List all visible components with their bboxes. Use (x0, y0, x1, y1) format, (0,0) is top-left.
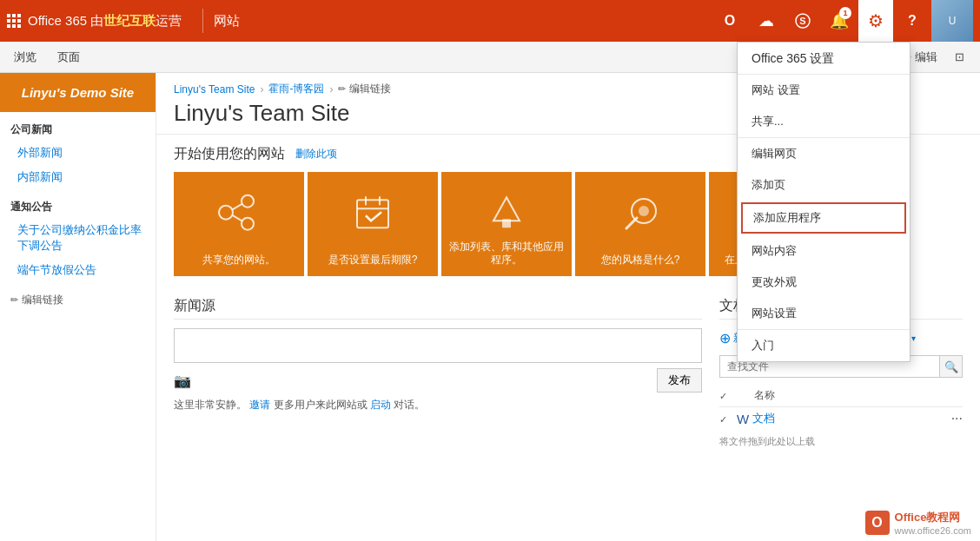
dropdown-item-add-page[interactable]: 添加页 (738, 169, 910, 201)
svg-point-4 (242, 218, 254, 230)
pencil-icon: ✏ (10, 294, 18, 306)
cloud-icon-btn[interactable]: ☁ (749, 0, 784, 42)
card-deadline[interactable]: 是否设置最后期限? (308, 172, 438, 276)
docs-row-name[interactable]: 文档 (752, 411, 775, 426)
help-icon: ? (908, 13, 917, 29)
breadcrumb-sep2: › (329, 83, 333, 96)
sidebar-section-news: 公司新闻 (0, 112, 156, 141)
sidebar-item-notice1[interactable]: 关于公司缴纳公积金比率下调公告 (0, 218, 156, 258)
svg-text:S: S (799, 16, 805, 26)
dropdown-item-edit-page[interactable]: 编辑网页 (738, 138, 910, 169)
svg-point-14 (639, 206, 649, 216)
sidebar-logo[interactable]: Linyu's Demo Site (0, 73, 156, 112)
breadcrumb-home[interactable]: Linyu's Team Site (174, 83, 255, 96)
add-apps-icon (487, 193, 526, 241)
watermark-logo: O (865, 511, 890, 535)
header-name: 名称 (754, 388, 963, 403)
card-share-site[interactable]: 共享您的网站。 (174, 172, 304, 276)
focus-button[interactable]: ⊡ (950, 49, 970, 65)
card-style[interactable]: 您的风格是什么? (575, 172, 705, 276)
card4-label: 您的风格是什么? (596, 254, 685, 267)
watermark: O Office教程网 www.office26.com (865, 510, 971, 536)
top-bar: Office 365 由世纪互联运营 网站 O ☁ S 🔔 1 ⚙ ? U (0, 0, 980, 42)
share-site-icon (217, 191, 261, 242)
post-button[interactable]: 发布 (657, 368, 702, 393)
news-invite-link[interactable]: 邀请 (249, 399, 270, 411)
edit-pencil-icon: ✏ (338, 83, 346, 95)
help-icon-btn[interactable]: ? (895, 0, 930, 42)
drag-hint: 将文件拖到此处以上载 (719, 435, 963, 448)
docs-table-header: ✓ 名称 (719, 385, 963, 407)
dropdown-item-add-app[interactable]: 添加应用程序 (741, 202, 906, 234)
dropdown-item-change-look[interactable]: 更改外观 (738, 267, 910, 298)
deadline-icon (353, 193, 393, 241)
card2-label: 是否设置最后期限? (323, 254, 423, 267)
row-check[interactable]: ✓ (719, 412, 737, 426)
sidebar: Linyu's Demo Site 公司新闻 外部新闻 内部新闻 通知公告 关于… (0, 73, 156, 541)
svg-rect-7 (357, 200, 388, 228)
sidebar-section-notices: 通知公告 (0, 189, 156, 218)
site-label: 网站 (214, 13, 712, 30)
card-add-apps[interactable]: 添加列表、库和其他应用程序。 (441, 172, 572, 276)
news-quiet-text: 这里非常安静。 邀请 更多用户来此网站或 启动 对话。 (174, 398, 702, 412)
news-icon-row: 📷 发布 (174, 368, 702, 393)
getting-started-title: 开始使用您的网站 (174, 145, 285, 163)
plus-icon: ⊕ (719, 330, 731, 346)
sidebar-edit-link[interactable]: ✏ 编辑链接 (0, 286, 156, 314)
o365-icon: O (725, 13, 735, 29)
settings-icon-btn[interactable]: ⚙ (858, 0, 893, 42)
breadcrumb-blog[interactable]: 霍雨-博客园 (268, 82, 324, 96)
cloud-icon: ☁ (758, 11, 774, 30)
card1-label: 共享您的网站。 (197, 254, 281, 267)
top-icons: O ☁ S 🔔 1 ⚙ ? U (712, 0, 973, 42)
watermark-text: Office教程网 (895, 510, 971, 525)
bell-icon-btn[interactable]: 🔔 1 (822, 0, 857, 42)
tab-page[interactable]: 页面 (54, 43, 83, 72)
dropdown-item-site-settings[interactable]: 网站 设置 (738, 75, 910, 106)
svg-line-15 (626, 218, 637, 228)
dropdown-item-site-content[interactable]: 网站内容 (738, 235, 910, 267)
sidebar-item-internal-news[interactable]: 内部新闻 (0, 165, 156, 189)
dropdown-item-site-settings2[interactable]: 网站设置 (738, 298, 910, 329)
docs-row-more-btn[interactable]: ··· (951, 411, 963, 426)
news-title: 新闻源 (174, 297, 702, 320)
delete-link[interactable]: 删除此项 (295, 147, 337, 162)
settings-icon: ⚙ (868, 10, 884, 31)
dropdown-item-share[interactable]: 共享... (738, 106, 910, 137)
brand-name: 世纪互联 (103, 13, 156, 28)
svg-line-6 (232, 215, 242, 221)
docs-search-btn[interactable]: 🔍 (940, 355, 963, 378)
tab-browse[interactable]: 浏览 (10, 43, 40, 72)
sharepoint-icon-btn[interactable]: S (785, 0, 820, 42)
notification-badge: 1 (839, 7, 851, 19)
grid-icon[interactable] (7, 14, 21, 28)
camera-icon[interactable]: 📷 (174, 373, 191, 389)
o365-icon-btn[interactable]: O (712, 0, 747, 42)
dropdown-header: Office 365 设置 (738, 43, 910, 75)
sidebar-item-notice2[interactable]: 端午节放假公告 (0, 258, 156, 282)
header-check: ✓ (719, 389, 737, 402)
divider (202, 9, 203, 33)
sidebar-item-external-news[interactable]: 外部新闻 (0, 141, 156, 165)
style-icon (619, 192, 661, 241)
news-start-link[interactable]: 启动 (370, 399, 391, 411)
breadcrumb-edit-link[interactable]: ✏ 编辑链接 (338, 82, 391, 96)
app-title: Office 365 由世纪互联运营 (28, 13, 182, 30)
search-icon: 🔍 (944, 360, 958, 373)
sharepoint-icon: S (794, 12, 811, 30)
news-input[interactable] (174, 328, 702, 363)
svg-point-3 (242, 195, 254, 208)
svg-line-5 (232, 204, 242, 210)
breadcrumb-sep1: › (260, 83, 263, 96)
settings-dropdown: Office 365 设置 网站 设置 共享... 编辑网页 添加页 添加应用程… (737, 42, 910, 362)
news-section: 新闻源 📷 发布 这里非常安静。 邀请 更多用户来此网站或 启动 对话。 (174, 297, 702, 448)
svg-point-2 (219, 206, 233, 220)
docs-row: ✓ W 文档 ··· (719, 407, 963, 430)
dropdown-item-get-started[interactable]: 入门 (738, 330, 910, 361)
svg-rect-12 (502, 219, 511, 228)
card3-label: 添加列表、库和其他应用程序。 (441, 241, 572, 267)
watermark-url: www.office26.com (895, 525, 971, 536)
user-avatar[interactable]: U (931, 0, 973, 42)
svg-marker-11 (493, 197, 520, 221)
chevron-down-icon: ▾ (911, 333, 916, 343)
